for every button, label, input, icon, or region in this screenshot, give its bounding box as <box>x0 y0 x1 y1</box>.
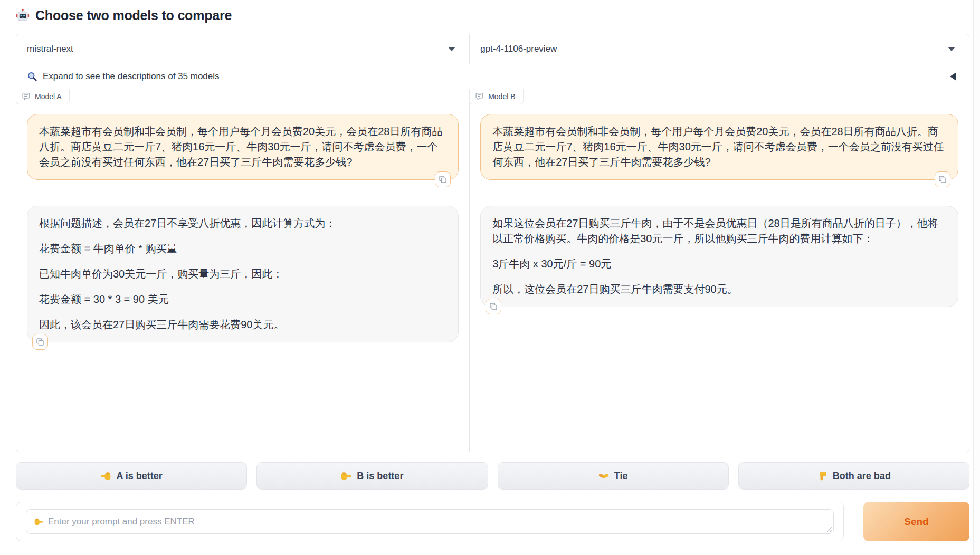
model-a-tab: Model A <box>16 89 70 104</box>
vote-label: B is better <box>357 471 403 482</box>
a-is-better-button[interactable]: A is better <box>16 462 247 490</box>
response-paragraph: 因此，该会员在27日购买三斤牛肉需要花费90美元。 <box>39 317 446 332</box>
response-paragraph: 根据问题描述，会员在27日不享受八折优惠，因此计算方式为： <box>39 216 446 231</box>
chevron-down-icon <box>448 47 455 51</box>
model-a-dropdown-value: mistral-next <box>27 44 73 54</box>
both-are-bad-button[interactable]: Both are bad <box>738 462 969 490</box>
response-paragraph: 如果这位会员在27日购买三斤牛肉，由于不是会员优惠日（28日是所有商品八折的日子… <box>492 216 946 246</box>
user-message-bubble: 本蔬菜超市有会员制和非会员制，每个用户每个月会员费20美元，会员在28日所有商品… <box>27 114 459 180</box>
model-a-panel: Model A 本蔬菜超市有会员制和非会员制，每个用户每个月会员费20美元，会员… <box>16 89 470 452</box>
b-is-better-button[interactable]: B is better <box>256 462 488 490</box>
comment-icon <box>22 92 30 100</box>
arena-compare-page: Choose two models to compare mistral-nex… <box>0 0 980 555</box>
copy-icon <box>489 302 498 311</box>
model-b-response-bubble: 如果这位会员在27日购买三斤牛肉，由于不是会员优惠日（28日是所有商品八折的日子… <box>480 206 958 307</box>
model-a-tab-label: Model A <box>35 92 62 101</box>
prompt-box: Enter your prompt and press ENTER <box>16 502 844 541</box>
page-scrollbar[interactable] <box>973 0 980 555</box>
model-descriptions-accordion[interactable]: Expand to see the descriptions of 35 mod… <box>16 64 969 89</box>
copy-button[interactable] <box>32 334 48 350</box>
send-button[interactable]: Send <box>863 502 969 541</box>
model-b-tab-label: Model B <box>488 92 515 101</box>
chevron-left-icon[interactable] <box>950 72 956 81</box>
compare-board: mistral-next gpt-4-1106-preview <box>16 34 969 452</box>
response-paragraph: 所以，这位会员在27日购买三斤牛肉需要支付90元。 <box>492 282 946 297</box>
response-paragraph: 花费金额 = 30 * 3 = 90 美元 <box>39 292 446 307</box>
copy-button[interactable] <box>435 171 451 187</box>
composer-row: Enter your prompt and press ENTER Send <box>16 502 969 541</box>
model-b-dropdown[interactable]: gpt-4-1106-preview <box>470 34 969 64</box>
vote-label: A is better <box>116 471 162 482</box>
model-b-tab: Model B <box>469 89 523 104</box>
prompt-input[interactable] <box>26 509 834 534</box>
copy-button[interactable] <box>486 299 501 314</box>
copy-icon <box>938 175 947 184</box>
textarea-resize-handle[interactable] <box>826 526 832 532</box>
copy-button[interactable] <box>935 171 950 187</box>
accordion-label: Expand to see the descriptions of 35 mod… <box>43 71 220 82</box>
page-title: Choose two models to compare <box>35 8 232 23</box>
model-selector-row: mistral-next gpt-4-1106-preview <box>16 34 969 64</box>
vote-label: Both are bad <box>833 471 891 482</box>
copy-icon <box>36 338 44 346</box>
page-header: Choose two models to compare <box>16 0 969 24</box>
chat-panels: Model A 本蔬菜超市有会员制和非会员制，每个用户每个月会员费20美元，会员… <box>16 89 969 452</box>
response-paragraph: 花费金额 = 牛肉单价 * 购买量 <box>39 241 446 256</box>
user-message-bubble: 本蔬菜超市有会员制和非会员制，每个用户每个月会员费20美元，会员在28日所有商品… <box>480 114 958 180</box>
model-b-panel: Model B 本蔬菜超市有会员制和非会员制，每个用户每个月会员费20美元，会员… <box>470 89 969 452</box>
comment-icon <box>475 92 483 100</box>
user-message-text: 本蔬菜超市有会员制和非会员制，每个用户每个月会员费20美元，会员在28日所有商品… <box>39 124 446 170</box>
point-left-icon <box>100 471 111 481</box>
user-message-text: 本蔬菜超市有会员制和非会员制，每个用户每个月会员费20美元，会员在28日所有商品… <box>492 124 946 170</box>
vote-label: Tie <box>614 471 628 482</box>
vote-button-row: A is better B is better <box>16 462 969 490</box>
model-b-dropdown-value: gpt-4-1106-preview <box>480 44 557 54</box>
tie-button[interactable]: Tie <box>498 462 729 490</box>
copy-icon <box>439 175 447 184</box>
chevron-down-icon <box>948 47 955 51</box>
response-paragraph: 3斤牛肉 x 30元/斤 = 90元 <box>492 256 946 272</box>
model-a-response-bubble: 根据问题描述，会员在27日不享受八折优惠，因此计算方式为： 花费金额 = 牛肉单… <box>27 206 459 342</box>
model-a-dropdown[interactable]: mistral-next <box>16 34 470 64</box>
magnifier-icon <box>27 71 37 82</box>
handshake-icon <box>598 471 609 481</box>
thumbs-down-icon <box>817 471 827 481</box>
point-right-icon <box>341 471 351 481</box>
robot-icon <box>16 8 30 22</box>
response-paragraph: 已知牛肉单价为30美元一斤，购买量为三斤，因此： <box>39 266 446 282</box>
